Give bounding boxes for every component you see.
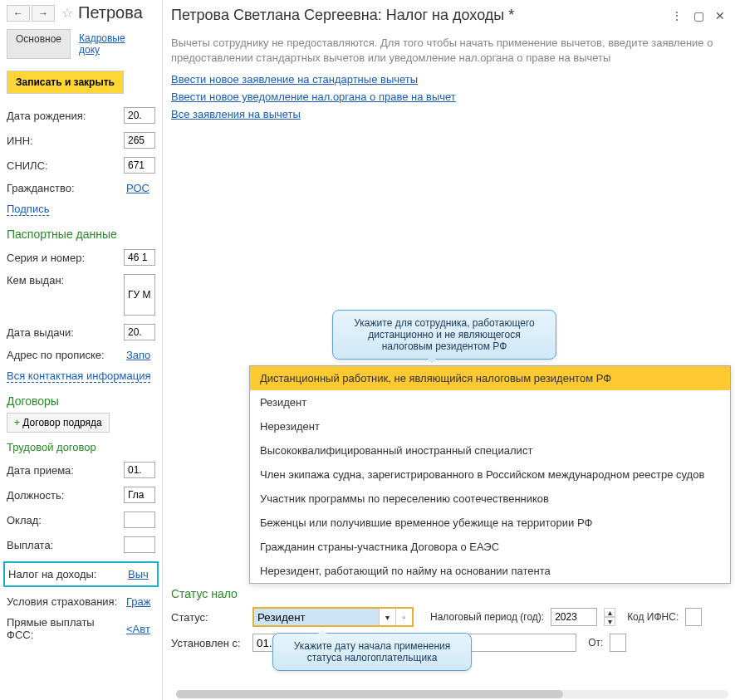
hire-date-input[interactable] — [124, 462, 155, 478]
link-new-notice[interactable]: Ввести новое уведомление нал.органа о пр… — [171, 91, 456, 103]
status-dropdown-list: Дистанционный работник, не являющийся на… — [249, 365, 731, 584]
link-new-standard[interactable]: Ввести новое заявление на стандартные вы… — [171, 73, 418, 86]
series-label: Серия и номер: — [7, 252, 120, 264]
position-label: Должность: — [7, 489, 120, 502]
add-contract-label: Договор подряда — [22, 417, 101, 428]
period-label: Налоговый период (год): — [430, 611, 544, 623]
issue-date-input[interactable] — [124, 324, 155, 340]
dropdown-item[interactable]: Высококвалифицированный иностранный спец… — [250, 438, 730, 463]
modal-title: Петрова Светлана Сергеевна: Налог на дох… — [171, 7, 664, 24]
reg-addr-link[interactable]: Запо — [126, 349, 150, 361]
salary-input[interactable] — [124, 512, 155, 528]
dropdown-item[interactable]: Нерезидент — [250, 414, 730, 438]
tax-label: Налог на доходы: — [8, 568, 125, 580]
dropdown-item[interactable]: Член экипажа судна, зарегистрированного … — [250, 463, 730, 487]
maximize-icon[interactable]: ▢ — [692, 9, 705, 22]
birth-date-label: Дата рождения: — [7, 110, 120, 122]
inn-input[interactable] — [124, 132, 155, 149]
more-icon[interactable]: ⋮ — [670, 9, 684, 22]
inn-label: ИНН: — [7, 135, 120, 147]
salary-label: Оклад: — [7, 514, 120, 526]
status-combo[interactable]: ▾ ▫ — [252, 607, 414, 627]
emp-contract-title: Трудовой договор — [7, 441, 155, 453]
desc-text: Вычеты сотруднику не предоставляются. Дл… — [171, 36, 727, 65]
hire-date-label: Дата приема: — [7, 464, 120, 477]
dropdown-item[interactable]: Нерезидент, работающий по найму на основ… — [250, 559, 730, 583]
dropdown-item[interactable]: Дистанционный работник, не являющийся на… — [250, 366, 730, 390]
snils-input[interactable] — [124, 157, 155, 174]
period-input[interactable] — [551, 608, 597, 626]
all-contacts-link[interactable]: Вся контактная информация — [7, 370, 150, 383]
left-panel: ← → ☆ Петрова Основное Кадровые доку Зап… — [0, 0, 162, 700]
scrollbar-horizontal[interactable] — [176, 690, 728, 698]
status-label: Статус: — [171, 611, 246, 624]
plus-icon: + — [14, 417, 20, 428]
dropdown-item[interactable]: Беженцы или получившие временное убежище… — [250, 511, 730, 535]
issued-by-input[interactable] — [124, 274, 155, 316]
signature-link[interactable]: Подпись — [7, 203, 49, 216]
issued-by-label: Кем выдан: — [7, 274, 120, 286]
fss-link[interactable]: <Авт — [126, 623, 150, 635]
status-open-btn[interactable]: ▫ — [395, 609, 412, 625]
status-section-title: Статус нало — [171, 587, 727, 600]
passport-section-title: Паспортные данные — [7, 228, 155, 241]
page-title-trunc: Петрова — [78, 3, 143, 22]
set-from-label: Установлен с: — [171, 637, 246, 649]
callout-status-hint: Укажите для сотрудника, работающего дист… — [332, 310, 556, 360]
spin-down-icon[interactable]: ▾ — [604, 617, 615, 626]
fss-label: Прямые выплаты ФСС: — [7, 616, 123, 641]
status-dropdown-btn[interactable]: ▾ — [379, 609, 395, 625]
dropdown-item[interactable]: Резидент — [250, 390, 730, 414]
insurance-label: Условия страхования: — [7, 595, 123, 608]
payment-label: Выплата: — [7, 539, 120, 551]
citizen-link[interactable]: РОС — [126, 182, 149, 194]
add-contract-button[interactable]: + Договор подряда — [7, 413, 110, 433]
from-input[interactable] — [610, 634, 626, 652]
link-all-claims[interactable]: Все заявления на вычеты — [171, 108, 301, 120]
citizen-label: Гражданство: — [7, 182, 123, 194]
tab-hr-docs[interactable]: Кадровые доку — [71, 29, 155, 59]
ifns-label: Код ИФНС: — [627, 611, 679, 623]
ifns-input[interactable] — [685, 608, 702, 626]
tax-link[interactable]: Выч — [128, 568, 149, 580]
dropdown-item[interactable]: Гражданин страны-участника Договора о ЕА… — [250, 535, 730, 559]
insurance-link[interactable]: Граж — [126, 595, 150, 608]
contracts-section-title: Договоры — [7, 394, 155, 408]
payment-input[interactable] — [124, 536, 155, 553]
issue-date-label: Дата выдачи: — [7, 326, 120, 339]
spin-up-icon[interactable]: ▴ — [604, 608, 615, 617]
nav-forward-button[interactable]: → — [32, 5, 55, 22]
star-icon[interactable]: ☆ — [61, 5, 73, 21]
tab-main[interactable]: Основное — [7, 29, 71, 59]
reg-addr-label: Адрес по прописке: — [7, 349, 123, 361]
snils-label: СНИЛС: — [7, 159, 120, 172]
series-input[interactable] — [124, 249, 155, 266]
close-icon[interactable]: ✕ — [713, 9, 727, 22]
number-input[interactable] — [468, 634, 576, 652]
nav-back-button[interactable]: ← — [7, 5, 30, 22]
save-close-button[interactable]: Записать и закрыть — [7, 71, 124, 94]
birth-date-input[interactable] — [124, 107, 155, 124]
callout-date-hint: Укажите дату начала применения статуса н… — [272, 633, 472, 671]
scrollbar-thumb[interactable] — [176, 690, 563, 698]
from-label: От: — [588, 637, 603, 649]
position-input[interactable] — [124, 487, 155, 503]
dropdown-item[interactable]: Участник программы по переселению соотеч… — [250, 487, 730, 511]
